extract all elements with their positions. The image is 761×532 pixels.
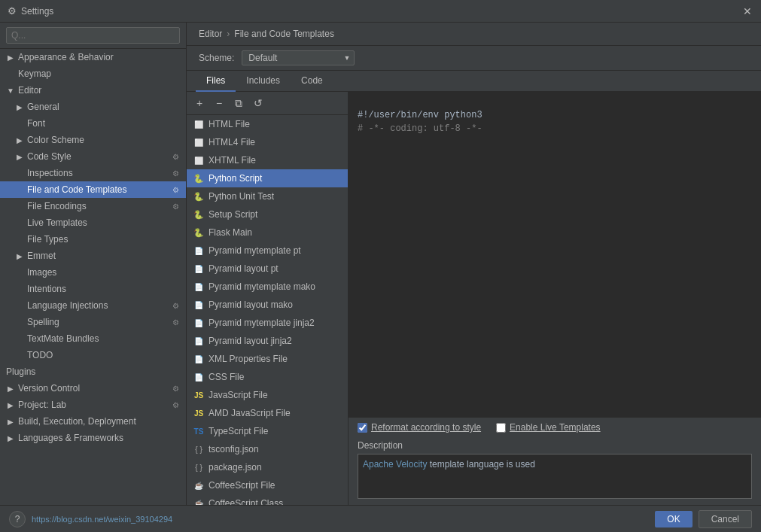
sidebar-item-textmate-bundles[interactable]: TextMate Bundles [0, 330, 186, 347]
sidebar-item-font[interactable]: Font [0, 115, 186, 132]
tab-includes[interactable]: Includes [236, 71, 291, 92]
sidebar-item-languages-frameworks[interactable]: ▶ Languages & Frameworks [0, 430, 186, 446]
ok-button[interactable]: OK [655, 511, 692, 527]
settings-badge-icon: ⚙ [171, 152, 180, 161]
sidebar-item-todo[interactable]: TODO [0, 347, 186, 363]
sidebar-item-editor[interactable]: ▼ Editor [0, 82, 186, 99]
sidebar-item-build-execution[interactable]: ▶ Build, Execution, Deployment [0, 413, 186, 430]
apache-velocity-link[interactable]: Apache Velocity [363, 459, 427, 470]
sidebar-item-file-code-templates[interactable]: File and Code Templates ⚙ [0, 181, 186, 198]
sidebar-label: File Types [27, 234, 68, 245]
sidebar-item-live-templates[interactable]: Live Templates [0, 214, 186, 231]
reformat-checkbox[interactable] [358, 423, 367, 433]
list-item[interactable]: 📄 Pyramid layout jinja2 [187, 332, 348, 350]
html-icon: ⬜ [193, 154, 205, 166]
file-item-label: Python Unit Test [209, 191, 274, 202]
sidebar-label: Build, Execution, Deployment [18, 416, 136, 427]
list-item[interactable]: JS JavaScript File [187, 386, 348, 404]
coffee-icon: ☕ [193, 497, 205, 505]
sidebar-label: TextMate Bundles [27, 333, 99, 344]
options-row: Reformat according to style Enable Live … [349, 417, 761, 437]
generic-icon: 📄 [193, 335, 205, 347]
list-item[interactable]: TS TypeScript File [187, 422, 348, 440]
list-item[interactable]: { } tsconfig.json [187, 440, 348, 458]
help-button[interactable]: ? [9, 511, 26, 527]
sidebar-item-emmet[interactable]: ▶ Emmet [0, 248, 186, 264]
file-item-label: Setup Script [209, 209, 257, 220]
arrow-icon: ▶ [15, 251, 24, 260]
sidebar-label: Images [27, 267, 56, 278]
add-template-button[interactable]: + [191, 95, 208, 111]
file-item-label: TypeScript File [209, 426, 268, 436]
html-icon: ⬜ [193, 118, 205, 130]
list-item[interactable]: 📄 CSS File [187, 368, 348, 386]
file-item-label: tsconfig.json [209, 444, 259, 454]
sidebar-item-plugins[interactable]: Plugins [0, 363, 186, 380]
sidebar-label: TODO [27, 350, 53, 360]
description-box: Apache Velocity template language is use… [358, 454, 752, 499]
close-button[interactable]: ✕ [741, 5, 753, 17]
live-templates-checkbox-label[interactable]: Enable Live Templates [496, 422, 601, 433]
list-item[interactable]: ⬜ XHTML File [187, 151, 348, 169]
sidebar-item-appearance[interactable]: ▶ Appearance & Behavior [0, 49, 186, 65]
sidebar-item-version-control[interactable]: ▶ Version Control ⚙ [0, 380, 186, 397]
copy-template-button[interactable]: ⧉ [230, 95, 247, 111]
sidebar-item-code-style[interactable]: ▶ Code Style ⚙ [0, 148, 186, 165]
reformat-checkbox-label[interactable]: Reformat according to style [358, 422, 481, 433]
tab-code[interactable]: Code [291, 71, 333, 92]
list-item-python-script[interactable]: 🐍 Python Script [187, 169, 348, 187]
file-item-label: XML Properties File [209, 354, 288, 364]
sidebar-search-input[interactable] [6, 27, 180, 44]
sidebar-item-project-lab[interactable]: ▶ Project: Lab ⚙ [0, 397, 186, 413]
sidebar-item-spelling[interactable]: Spelling ⚙ [0, 314, 186, 330]
file-item-label: Flask Main [209, 227, 252, 238]
list-item[interactable]: 📄 Pyramid mytemplate pt [187, 242, 348, 260]
tab-files[interactable]: Files [196, 71, 236, 92]
reset-template-button[interactable]: ↺ [250, 95, 266, 111]
js-icon: JS [193, 389, 205, 401]
python-icon: 🐍 [193, 190, 205, 202]
code-editor[interactable]: #!/user/bin/env python3 # -*- coding: ut… [349, 92, 761, 417]
tab-bar: Files Includes Code [187, 71, 761, 92]
list-item[interactable]: 🐍 Flask Main [187, 223, 348, 242]
sidebar-item-file-types[interactable]: File Types [0, 231, 186, 248]
html-icon: ⬜ [193, 136, 205, 148]
list-item[interactable]: JS AMD JavaScript File [187, 404, 348, 422]
generic-icon: 📄 [193, 245, 205, 257]
settings-dialog: ▶ Appearance & Behavior Keymap ▼ Editor … [0, 23, 761, 532]
scheme-select-wrapper: Default Project [242, 50, 355, 65]
list-item[interactable]: 🐍 Python Unit Test [187, 187, 348, 205]
settings-badge-icon: ⚙ [171, 384, 180, 393]
generic-icon: 📄 [193, 263, 205, 275]
arrow-icon: ▶ [15, 102, 24, 111]
breadcrumb-part-editor: Editor [199, 29, 222, 39]
sidebar-item-language-injections[interactable]: Language Injections ⚙ [0, 297, 186, 314]
sidebar-item-images[interactable]: Images [0, 264, 186, 281]
list-item[interactable]: 📄 XML Properties File [187, 350, 348, 368]
sidebar-item-intentions[interactable]: Intentions [0, 281, 186, 297]
cancel-button[interactable]: Cancel [699, 510, 752, 528]
list-item[interactable]: { } package.json [187, 458, 348, 476]
file-list-panel: + − ⧉ ↺ ⬜ HTML File ⬜ HTML4 File [187, 92, 349, 505]
scheme-select[interactable]: Default Project [242, 50, 355, 65]
sidebar-item-file-encodings[interactable]: File Encodings ⚙ [0, 198, 186, 214]
file-item-label: CoffeeScript Class [209, 498, 283, 505]
sidebar-item-general[interactable]: ▶ General [0, 99, 186, 115]
live-templates-checkbox[interactable] [496, 423, 506, 433]
list-item[interactable]: 📄 Pyramid mytemplate mako [187, 278, 348, 296]
settings-badge-icon: ⚙ [171, 202, 180, 211]
list-item[interactable]: ☕ CoffeeScript Class [187, 494, 348, 505]
sidebar-item-color-scheme[interactable]: ▶ Color Scheme [0, 132, 186, 148]
list-item[interactable]: 📄 Pyramid layout pt [187, 260, 348, 278]
list-item[interactable]: 🐍 Setup Script [187, 205, 348, 223]
list-item[interactable]: ☕ CoffeeScript File [187, 476, 348, 494]
list-item[interactable]: ⬜ HTML File [187, 115, 348, 133]
arrow-icon: ▶ [6, 53, 15, 62]
list-item[interactable]: 📄 Pyramid layout mako [187, 296, 348, 314]
list-item[interactable]: ⬜ HTML4 File [187, 133, 348, 151]
list-item[interactable]: 📄 Pyramid mytemplate jinja2 [187, 314, 348, 332]
sidebar-label: Emmet [27, 251, 56, 261]
sidebar-item-inspections[interactable]: Inspections ⚙ [0, 165, 186, 181]
sidebar-item-keymap[interactable]: Keymap [0, 65, 186, 82]
remove-template-button[interactable]: − [211, 95, 227, 111]
